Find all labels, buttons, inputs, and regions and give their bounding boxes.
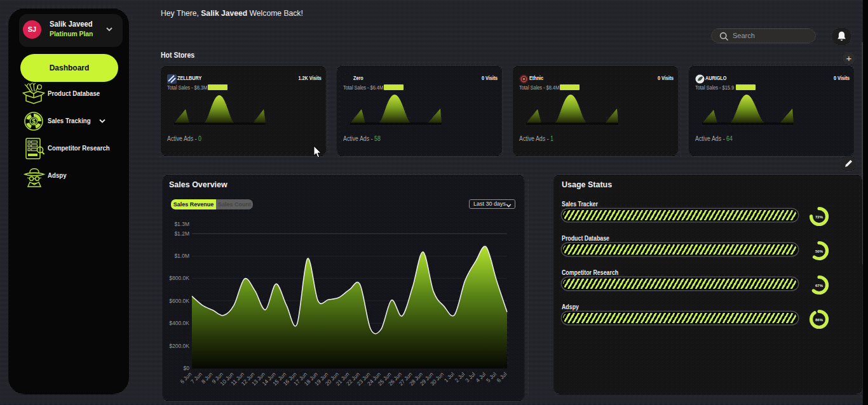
svg-text:$800.0K: $800.0K <box>169 275 189 281</box>
svg-text:$: $ <box>32 118 36 125</box>
svg-text:$0: $0 <box>184 365 190 371</box>
svg-text:86%: 86% <box>815 317 824 321</box>
svg-text:5 Jul: 5 Jul <box>485 371 498 383</box>
svg-text:$1.2M: $1.2M <box>174 230 189 237</box>
svg-text:6 Jun: 6 Jun <box>179 371 193 385</box>
svg-text:$1.3M: $1.3M <box>174 221 189 227</box>
svg-text:7 Jun: 7 Jun <box>189 371 203 385</box>
svg-text:4 Jul: 4 Jul <box>475 371 487 383</box>
svg-text:1 Jul: 1 Jul <box>443 371 456 383</box>
svg-text:67%: 67% <box>815 283 824 287</box>
svg-text:6 Jul: 6 Jul <box>496 371 508 383</box>
svg-text:8 Jun: 8 Jun <box>200 371 214 385</box>
svg-text:72%: 72% <box>815 215 824 218</box>
svg-text:$600.0K: $600.0K <box>169 298 189 304</box>
svg-text:50%: 50% <box>815 249 824 253</box>
svg-text:$1.0M: $1.0M <box>174 253 189 259</box>
svg-text:$400.0K: $400.0K <box>169 320 189 326</box>
svg-text:2 Jul: 2 Jul <box>454 371 466 383</box>
svg-text:3 Jul: 3 Jul <box>464 371 477 383</box>
svg-text:$200.0K: $200.0K <box>169 343 189 349</box>
